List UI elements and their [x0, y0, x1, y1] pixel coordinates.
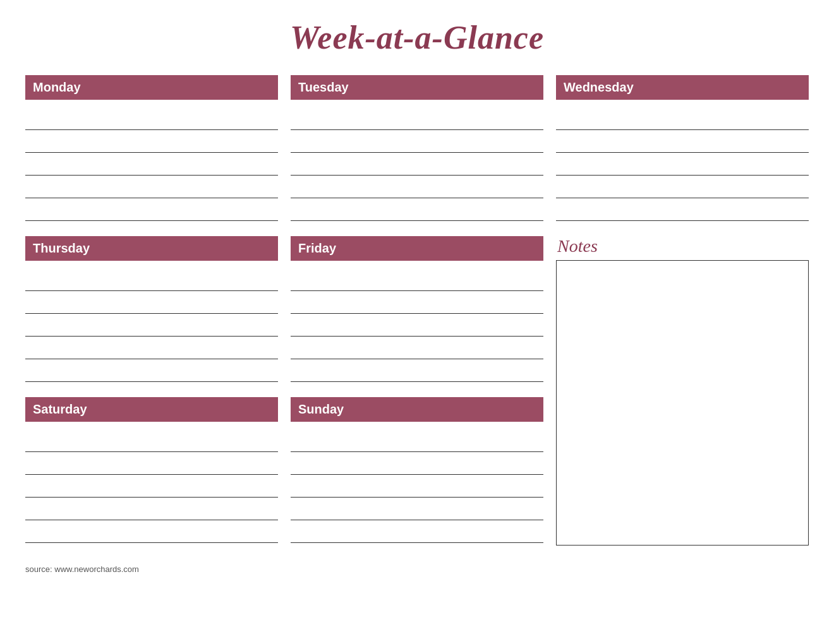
day-line	[25, 475, 278, 498]
notes-box[interactable]	[556, 260, 809, 546]
friday-block: Friday	[291, 236, 543, 385]
day-line	[291, 176, 543, 198]
thursday-lines	[25, 266, 278, 385]
day-line	[25, 130, 278, 153]
day-line	[291, 314, 543, 337]
monday-block: Monday	[25, 75, 278, 224]
day-line	[291, 153, 543, 176]
sunday-lines	[291, 427, 543, 546]
day-line	[291, 498, 543, 520]
day-line	[25, 314, 278, 337]
day-line	[291, 268, 543, 291]
tuesday-header: Tuesday	[291, 75, 543, 100]
day-line	[556, 153, 809, 176]
day-line	[25, 429, 278, 452]
day-line	[291, 475, 543, 498]
day-line	[556, 176, 809, 198]
sunday-header: Sunday	[291, 397, 543, 422]
thursday-block: Thursday	[25, 236, 278, 385]
day-line	[25, 291, 278, 314]
friday-lines	[291, 266, 543, 385]
day-line	[291, 130, 543, 153]
monday-header: Monday	[25, 75, 278, 100]
day-line	[25, 176, 278, 198]
saturday-lines	[25, 427, 278, 546]
sunday-block: Sunday	[291, 397, 543, 546]
day-line	[25, 268, 278, 291]
day-line	[25, 452, 278, 475]
week-grid: Monday Tuesday Wednesday	[25, 75, 809, 546]
monday-lines	[25, 105, 278, 224]
day-line	[25, 337, 278, 359]
day-line	[25, 153, 278, 176]
day-line	[556, 198, 809, 221]
wednesday-block: Wednesday	[556, 75, 809, 224]
saturday-block: Saturday	[25, 397, 278, 546]
wednesday-header: Wednesday	[556, 75, 809, 100]
page-title: Week-at-a-Glance	[25, 19, 809, 56]
day-line	[291, 520, 543, 543]
tuesday-lines	[291, 105, 543, 224]
day-line	[25, 198, 278, 221]
friday-header: Friday	[291, 236, 543, 261]
day-line	[291, 452, 543, 475]
wednesday-lines	[556, 105, 809, 224]
day-line	[25, 359, 278, 382]
tuesday-block: Tuesday	[291, 75, 543, 224]
day-line	[25, 498, 278, 520]
day-line	[25, 520, 278, 543]
notes-block: Notes	[556, 236, 809, 546]
source-text: source: www.neworchards.com	[25, 564, 809, 574]
day-line	[291, 429, 543, 452]
saturday-header: Saturday	[25, 397, 278, 422]
day-line	[556, 130, 809, 153]
day-line	[291, 107, 543, 130]
day-line	[556, 107, 809, 130]
thursday-header: Thursday	[25, 236, 278, 261]
day-line	[291, 337, 543, 359]
notes-title: Notes	[556, 236, 809, 256]
day-line	[25, 107, 278, 130]
day-line	[291, 198, 543, 221]
day-line	[291, 359, 543, 382]
day-line	[291, 291, 543, 314]
